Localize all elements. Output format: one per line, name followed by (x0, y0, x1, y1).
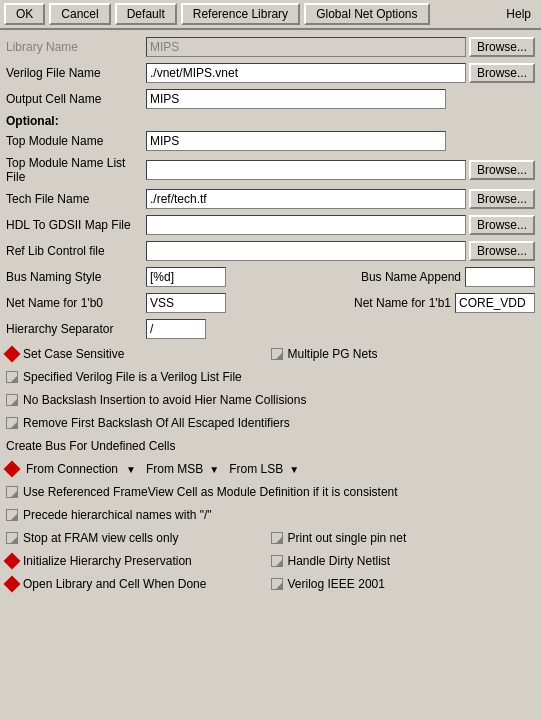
precede-hier-label: Precede hierarchical names with "/" (23, 508, 212, 522)
top-module-list-row: Top Module Name List File Browse... (6, 156, 535, 184)
ref-lib-browse-button[interactable]: Browse... (469, 241, 535, 261)
bus-append-input[interactable] (465, 267, 535, 287)
ok-button[interactable]: OK (4, 3, 45, 25)
init-handle-row: Initialize Hierarchy Preservation Handle… (6, 551, 535, 571)
ref-lib-row: Ref Lib Control file Browse... (6, 240, 535, 262)
use-referenced-label: Use Referenced FrameView Cell as Module … (23, 485, 398, 499)
stop-fram-label: Stop at FRAM view cells only (23, 531, 178, 545)
print-single-checkbox-icon (271, 532, 283, 544)
from-msb-dropdown-icon[interactable]: ▼ (209, 464, 219, 475)
open-library-checkbox-icon (4, 576, 21, 593)
hierarchy-sep-row: Hierarchy Separator (6, 318, 535, 340)
set-case-checkbox-icon (4, 346, 21, 363)
multiple-pg-col: Multiple PG Nets (271, 347, 536, 361)
stop-print-row: Stop at FRAM view cells only Print out s… (6, 528, 535, 548)
specified-verilog-checkbox-icon (6, 371, 18, 383)
tech-file-row: Tech File Name Browse... (6, 188, 535, 210)
no-backslash-row: No Backslash Insertion to avoid Hier Nam… (6, 390, 535, 410)
bus-naming-row: Bus Naming Style Bus Name Append (6, 266, 535, 288)
hdl-map-label: HDL To GDSII Map File (6, 218, 146, 232)
toolbar: OK Cancel Default Reference Library Glob… (0, 0, 541, 30)
no-backslash-label: No Backslash Insertion to avoid Hier Nam… (23, 393, 306, 407)
cancel-button[interactable]: Cancel (49, 3, 110, 25)
verilog-file-row: Verilog File Name Browse... (6, 62, 535, 84)
multiple-pg-label: Multiple PG Nets (288, 347, 378, 361)
main-content: Library Name Browse... Verilog File Name… (0, 30, 541, 603)
hierarchy-sep-label: Hierarchy Separator (6, 322, 146, 336)
tech-file-input[interactable] (146, 189, 466, 209)
top-module-label: Top Module Name (6, 134, 146, 148)
open-library-label: Open Library and Cell When Done (23, 577, 206, 591)
from-msb-label: From MSB (146, 462, 203, 476)
verilog-file-label: Verilog File Name (6, 66, 146, 80)
verilog-ieee-label: Verilog IEEE 2001 (288, 577, 385, 591)
hierarchy-sep-input[interactable] (146, 319, 206, 339)
default-button[interactable]: Default (115, 3, 177, 25)
verilog-ieee-col: Verilog IEEE 2001 (271, 577, 536, 591)
ref-lib-input[interactable] (146, 241, 466, 261)
top-module-row: Top Module Name (6, 130, 535, 152)
handle-dirty-checkbox-icon (271, 555, 283, 567)
from-connection-label: From Connection (26, 462, 118, 476)
from-lsb-label: From LSB (229, 462, 283, 476)
verilog-file-input[interactable] (146, 63, 466, 83)
verilog-file-browse-button[interactable]: Browse... (469, 63, 535, 83)
case-pg-row: Set Case Sensitive Multiple PG Nets (6, 344, 535, 364)
specified-verilog-label: Specified Verilog File is a Verilog List… (23, 370, 242, 384)
output-cell-label: Output Cell Name (6, 92, 146, 106)
top-module-list-browse-button[interactable]: Browse... (469, 160, 535, 180)
handle-dirty-col: Handle Dirty Netlist (271, 554, 536, 568)
top-module-list-input[interactable] (146, 160, 466, 180)
net-1b1-input[interactable] (455, 293, 535, 313)
net-1b0-label: Net Name for 1'b0 (6, 296, 146, 310)
init-hier-checkbox-icon (4, 553, 21, 570)
precede-hier-checkbox-icon (6, 509, 18, 521)
remove-backslash-label: Remove First Backslash Of All Escaped Id… (23, 416, 290, 430)
library-name-input[interactable] (146, 37, 466, 57)
hdl-map-browse-button[interactable]: Browse... (469, 215, 535, 235)
multiple-pg-checkbox-icon (271, 348, 283, 360)
ref-lib-label: Ref Lib Control file (6, 244, 146, 258)
print-single-col: Print out single pin net (271, 531, 536, 545)
precede-hier-row: Precede hierarchical names with "/" (6, 505, 535, 525)
use-referenced-row: Use Referenced FrameView Cell as Module … (6, 482, 535, 502)
set-case-label: Set Case Sensitive (23, 347, 124, 361)
init-hier-col: Initialize Hierarchy Preservation (6, 554, 271, 568)
remove-backslash-row: Remove First Backslash Of All Escaped Id… (6, 413, 535, 433)
bus-naming-label: Bus Naming Style (6, 270, 146, 284)
print-single-label: Print out single pin net (288, 531, 407, 545)
optional-label: Optional: (6, 114, 535, 128)
net-1b0-input[interactable] (146, 293, 226, 313)
verilog-ieee-checkbox-icon (271, 578, 283, 590)
library-name-row: Library Name Browse... (6, 36, 535, 58)
top-module-list-label: Top Module Name List File (6, 156, 146, 184)
top-module-input[interactable] (146, 131, 446, 151)
init-hier-label: Initialize Hierarchy Preservation (23, 554, 192, 568)
output-cell-row: Output Cell Name (6, 88, 535, 110)
global-net-options-button[interactable]: Global Net Options (304, 3, 429, 25)
hdl-map-row: HDL To GDSII Map File Browse... (6, 214, 535, 236)
from-lsb-dropdown-icon[interactable]: ▼ (289, 464, 299, 475)
bus-naming-input[interactable] (146, 267, 226, 287)
open-library-col: Open Library and Cell When Done (6, 577, 271, 591)
stop-fram-checkbox-icon (6, 532, 18, 544)
specified-verilog-row: Specified Verilog File is a Verilog List… (6, 367, 535, 387)
net-names-row: Net Name for 1'b0 Net Name for 1'b1 (6, 292, 535, 314)
tech-file-label: Tech File Name (6, 192, 146, 206)
create-bus-row: Create Bus For Undefined Cells (6, 436, 535, 456)
library-name-label: Library Name (6, 40, 146, 54)
from-row: From Connection ▼ From MSB ▼ From LSB ▼ (6, 459, 535, 479)
stop-fram-col: Stop at FRAM view cells only (6, 531, 271, 545)
net-1b1-label: Net Name for 1'b1 (354, 296, 451, 310)
no-backslash-checkbox-icon (6, 394, 18, 406)
from-connection-diamond-icon (4, 461, 21, 478)
from-connection-dropdown-icon[interactable]: ▼ (126, 464, 136, 475)
hdl-map-input[interactable] (146, 215, 466, 235)
help-button[interactable]: Help (500, 5, 537, 23)
set-case-col: Set Case Sensitive (6, 347, 271, 361)
output-cell-input[interactable] (146, 89, 446, 109)
tech-file-browse-button[interactable]: Browse... (469, 189, 535, 209)
reference-library-button[interactable]: Reference Library (181, 3, 300, 25)
remove-backslash-checkbox-icon (6, 417, 18, 429)
library-name-browse-button[interactable]: Browse... (469, 37, 535, 57)
